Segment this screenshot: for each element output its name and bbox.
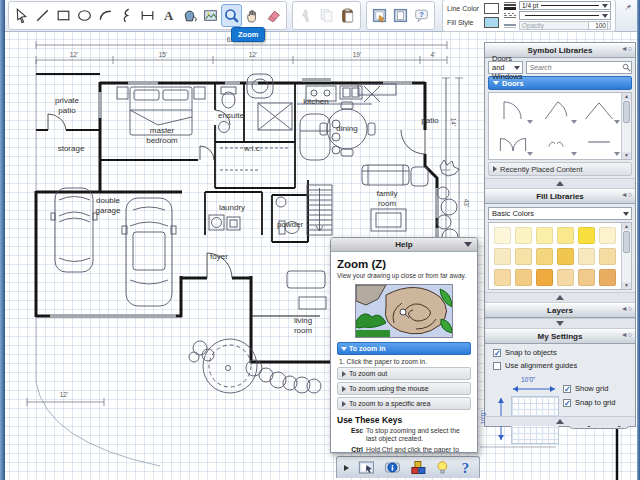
- settings-collapse-strip[interactable]: [485, 416, 635, 426]
- dimension-tool[interactable]: [137, 4, 158, 27]
- fill-library-select[interactable]: Basic Colors: [488, 207, 632, 220]
- color-swatch[interactable]: [494, 227, 511, 244]
- eraser-tool[interactable]: [263, 4, 284, 27]
- help-section-zoom-mouse[interactable]: To zoom using the mouse: [337, 382, 471, 395]
- help-mini-toolbar: ?: [336, 456, 480, 478]
- color-swatch[interactable]: [515, 269, 532, 286]
- panel-collapse-icon[interactable]: ◄○: [621, 305, 632, 312]
- color-swatch[interactable]: [536, 269, 553, 286]
- symbol-dropdown-icon[interactable]: [527, 152, 533, 156]
- help-section-zoom-in[interactable]: To zoom in: [337, 342, 471, 355]
- recently-placed-section[interactable]: Recently Placed Content: [488, 162, 632, 176]
- symbols-scrollbar[interactable]: ▲▼: [621, 93, 631, 159]
- help-collapse-icon[interactable]: [464, 242, 472, 247]
- symbol-dropdown-icon[interactable]: [527, 120, 533, 124]
- color-swatch[interactable]: [536, 248, 553, 265]
- color-swatch[interactable]: [578, 227, 595, 244]
- panel-collapse-icon[interactable]: ◄○: [621, 45, 632, 52]
- line-style-icon: [504, 13, 516, 18]
- color-swatch[interactable]: [515, 248, 532, 265]
- door-symbol-single[interactable]: [491, 94, 534, 126]
- color-swatch[interactable]: [536, 227, 553, 244]
- zoom-tool[interactable]: [221, 4, 242, 27]
- door-symbol-double-angle[interactable]: [578, 94, 621, 126]
- pan-tool[interactable]: [242, 4, 263, 27]
- blocks-icon[interactable]: [410, 460, 427, 475]
- smartpanel-view-tool[interactable]: [369, 4, 390, 27]
- color-swatch[interactable]: [557, 269, 574, 286]
- color-swatch[interactable]: [578, 248, 595, 265]
- symbol-dropdown-icon[interactable]: [614, 120, 620, 124]
- room-label: double: [96, 196, 121, 205]
- paste-tool[interactable]: [337, 4, 358, 27]
- help-popup-titlebar[interactable]: Help: [331, 238, 477, 252]
- layers-expand-strip[interactable]: [485, 318, 635, 329]
- panel-collapse-icon[interactable]: ◄○: [621, 331, 632, 338]
- image-tool[interactable]: [200, 4, 221, 27]
- color-swatch[interactable]: [557, 227, 574, 244]
- freehand-tool[interactable]: [116, 4, 137, 27]
- panel-collapse-icon[interactable]: ◄○: [621, 191, 632, 198]
- help-question-icon[interactable]: ?: [459, 460, 472, 476]
- fill-style-swatch[interactable]: [484, 17, 499, 28]
- door-symbol-double-swing[interactable]: [534, 126, 577, 158]
- line-style-select[interactable]: [519, 11, 611, 20]
- help-section-zoom-area[interactable]: To zoom to a specific area: [337, 397, 471, 410]
- zoom-illustration-image: [355, 284, 453, 338]
- color-swatch[interactable]: [494, 269, 511, 286]
- help-section-zoom-out[interactable]: To zoom out: [337, 367, 471, 380]
- door-symbol-double[interactable]: [491, 126, 534, 158]
- door-symbol-opening[interactable]: [578, 126, 621, 158]
- color-swatch[interactable]: [599, 248, 616, 265]
- room-label: room: [294, 326, 313, 335]
- smartpanel-icon[interactable]: [358, 460, 375, 475]
- snap-to-grid-checkbox[interactable]: [563, 399, 571, 407]
- color-swatch[interactable]: [599, 227, 616, 244]
- swatches-scrollbar[interactable]: ▲▼: [621, 223, 631, 289]
- arc-tool[interactable]: [95, 4, 116, 27]
- snap-to-objects-row[interactable]: Snap to objects: [493, 348, 635, 357]
- line-tool[interactable]: [32, 4, 53, 27]
- snap-to-grid-row[interactable]: Snap to grid: [563, 398, 615, 407]
- alignment-guides-row[interactable]: Use alignment guides: [493, 361, 635, 370]
- info-icon[interactable]: [384, 460, 401, 475]
- symbol-dropdown-icon[interactable]: [614, 152, 620, 156]
- symbol-dropdown-icon[interactable]: [571, 120, 577, 124]
- key-hint-row: Esc To stop zooming and select the last …: [337, 427, 471, 444]
- layers-header[interactable]: Layers ◄○: [485, 303, 635, 318]
- color-swatch[interactable]: [494, 248, 511, 265]
- color-swatch[interactable]: [515, 227, 532, 244]
- page-view-tool[interactable]: [390, 4, 411, 27]
- show-grid-row[interactable]: Show grid: [563, 384, 608, 393]
- symbol-search-box[interactable]: [526, 61, 632, 74]
- text-tool[interactable]: A: [158, 4, 179, 27]
- my-settings-header[interactable]: My Settings ◄○: [485, 329, 635, 344]
- rectangle-tool[interactable]: [53, 4, 74, 27]
- symbol-dropdown-icon[interactable]: [571, 152, 577, 156]
- search-icon: [622, 63, 631, 72]
- line-weight-select[interactable]: 1/4 pt: [519, 1, 611, 10]
- show-grid-checkbox[interactable]: [563, 385, 571, 393]
- opacity-value[interactable]: [588, 21, 608, 30]
- symbols-collapse-strip[interactable]: [485, 178, 635, 189]
- select-tool[interactable]: [11, 4, 32, 27]
- snap-to-objects-checkbox[interactable]: [493, 349, 501, 357]
- line-color-swatch[interactable]: [484, 3, 499, 14]
- clipboard-tools-group: [292, 1, 361, 30]
- color-swatch[interactable]: [599, 269, 616, 286]
- fills-collapse-strip[interactable]: [485, 292, 635, 303]
- expand-arrow-icon[interactable]: [344, 465, 349, 471]
- pin-icon[interactable]: 📌︎: [624, 3, 632, 12]
- fill-libraries-header[interactable]: Fill Libraries ◄○: [485, 189, 635, 204]
- color-swatch[interactable]: [557, 248, 574, 265]
- help-bubble-tool[interactable]: ?: [411, 4, 432, 27]
- ellipse-tool[interactable]: [74, 4, 95, 27]
- tip-lightbulb-icon[interactable]: [435, 460, 450, 475]
- color-swatch[interactable]: [578, 269, 595, 286]
- search-input[interactable]: [527, 64, 622, 71]
- symbol-library-select[interactable]: Doors and Windows: [488, 61, 523, 74]
- door-symbol-open[interactable]: [534, 94, 577, 126]
- fill-tool[interactable]: [179, 4, 200, 27]
- alignment-guides-checkbox[interactable]: [493, 362, 501, 370]
- opacity-control[interactable]: Opacity: [519, 21, 611, 30]
